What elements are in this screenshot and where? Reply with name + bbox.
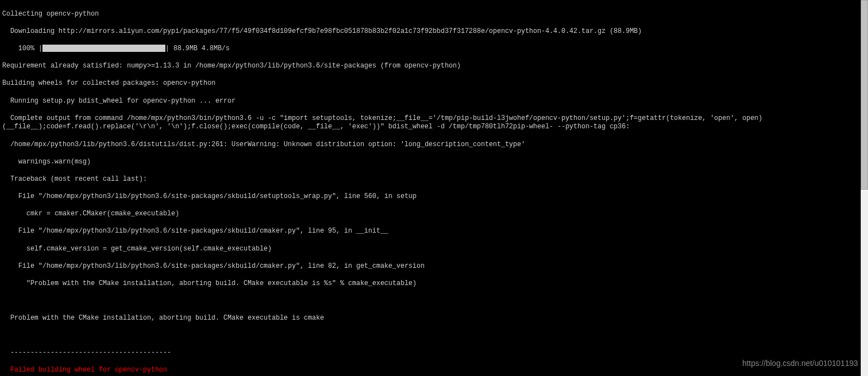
output-line	[2, 331, 859, 340]
output-line: Downloading http://mirrors.aliyun.com/py…	[2, 27, 859, 36]
progress-line: 100% || 88.9MB 4.8MB/s	[2, 45, 859, 54]
output-line: Requirement already satisfied: numpy>=1.…	[2, 62, 859, 71]
output-line: "Problem with the CMake installation, ab…	[2, 279, 859, 288]
output-line: ----------------------------------------	[2, 349, 859, 358]
output-line: File "/home/mpx/python3/lib/python3.6/si…	[2, 262, 859, 271]
output-line: self.cmake_version = get_cmake_version(s…	[2, 245, 859, 254]
error-line: Failed building wheel for opencv-python	[2, 366, 859, 375]
output-line: File "/home/mpx/python3/lib/python3.6/si…	[2, 227, 859, 236]
output-line	[2, 297, 859, 305]
terminal-output[interactable]: Collecting opencv-python Downloading htt…	[0, 0, 861, 376]
output-line: Traceback (most recent call last):	[2, 175, 859, 184]
scrollbar-thumb[interactable]	[861, 0, 868, 190]
progress-percent: 100% |	[2, 45, 42, 52]
output-line: Collecting opencv-python	[2, 10, 859, 19]
output-line: cmkr = cmaker.CMaker(cmake_executable)	[2, 210, 859, 219]
output-line: Complete output from command /home/mpx/p…	[2, 114, 859, 132]
output-line: Running setup.py bdist_wheel for opencv-…	[2, 97, 859, 106]
vertical-scrollbar[interactable]	[861, 0, 868, 376]
output-line: Building wheels for collected packages: …	[2, 79, 859, 88]
progress-bar	[42, 45, 165, 52]
output-line: Problem with the CMake installation, abo…	[2, 314, 859, 323]
output-line: warnings.warn(msg)	[2, 158, 859, 167]
output-line: /home/mpx/python3/lib/python3.6/distutil…	[2, 141, 859, 150]
output-line: File "/home/mpx/python3/lib/python3.6/si…	[2, 192, 859, 201]
progress-stats: | 88.9MB 4.8MB/s	[165, 45, 230, 52]
watermark-text: https://blog.csdn.net/u010101193	[742, 358, 858, 368]
